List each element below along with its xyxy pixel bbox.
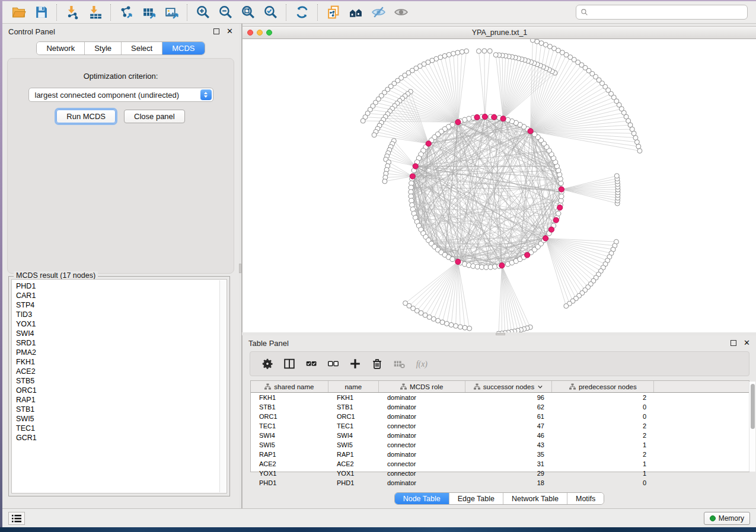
network-window-titlebar[interactable]: YPA_prune.txt_1 <box>243 26 756 39</box>
mcds-result-item[interactable]: TID3 <box>12 310 227 319</box>
mcds-result-item[interactable]: STB1 <box>12 405 227 414</box>
table-cell[interactable]: 0 <box>553 478 655 488</box>
mcds-result-list[interactable]: PHD1CAR1STP4TID3YOX1SWI4SRD1PMA2FKH1ACE2… <box>11 279 227 493</box>
mcds-result-item[interactable]: SWI5 <box>12 414 227 424</box>
column-panel-button[interactable] <box>278 354 300 374</box>
table-cell[interactable]: 2 <box>553 431 655 440</box>
table-cell[interactable]: TEC1 <box>251 421 328 431</box>
table-cell[interactable]: 2 <box>553 393 655 402</box>
show-all-button[interactable] <box>390 3 412 22</box>
splitter-grip[interactable] <box>239 264 241 273</box>
tab-edge-table[interactable]: Edge Table <box>449 493 503 504</box>
table-cell[interactable]: SWI5 <box>251 440 328 450</box>
memory-button[interactable]: Memory <box>704 512 750 525</box>
table-cell[interactable]: STB1 <box>251 402 328 412</box>
table-cell[interactable]: 2 <box>553 450 655 459</box>
panel-menu-button[interactable] <box>8 512 25 525</box>
tab-node-table[interactable]: Node Table <box>395 493 449 504</box>
table-cell[interactable]: ORC1 <box>328 412 379 421</box>
mcds-result-item[interactable]: YOX1 <box>12 319 227 329</box>
table-cell[interactable]: connector <box>379 469 465 478</box>
table-cell[interactable]: 0 <box>553 402 655 412</box>
table-cell[interactable]: 46 <box>465 431 553 440</box>
mcds-result-item[interactable]: GCR1 <box>12 433 227 443</box>
table-cell[interactable]: connector <box>379 459 465 469</box>
table-cell[interactable]: ORC1 <box>251 412 328 421</box>
new-network-from-selection-button[interactable] <box>322 3 344 22</box>
tab-select[interactable]: Select <box>122 42 162 55</box>
table-row[interactable]: TEC1TEC1connector472 <box>251 421 749 431</box>
open-file-button[interactable] <box>7 3 30 22</box>
table-row[interactable]: SWI5SWI5connector431 <box>251 440 749 450</box>
save-session-button[interactable] <box>30 3 52 22</box>
table-cell[interactable]: 47 <box>465 421 553 431</box>
zoom-fit-button[interactable] <box>237 3 259 22</box>
table-row[interactable]: STB1STB1dominator620 <box>251 402 749 412</box>
mcds-result-item[interactable]: CAR1 <box>12 291 227 300</box>
table-cell[interactable]: YOX1 <box>251 469 328 478</box>
table-cell[interactable]: 1 <box>553 469 655 478</box>
table-cell[interactable]: STB1 <box>328 402 379 412</box>
table-cell[interactable]: connector <box>379 440 465 450</box>
select-all-columns-button[interactable] <box>300 354 322 374</box>
mcds-result-item[interactable]: TEC1 <box>12 424 227 433</box>
deselect-all-columns-button[interactable] <box>322 354 344 374</box>
mcds-result-item[interactable]: PMA2 <box>12 348 227 357</box>
close-panel-icon[interactable]: ✕ <box>744 340 750 346</box>
mcds-result-item[interactable]: PHD1 <box>12 281 227 291</box>
search-box[interactable] <box>576 5 748 20</box>
network-graph[interactable] <box>243 39 756 332</box>
table-cell[interactable]: 62 <box>465 402 553 412</box>
table-cell[interactable]: connector <box>379 421 465 431</box>
table-cell[interactable]: FKH1 <box>251 393 328 402</box>
table-cell[interactable]: TEC1 <box>328 421 379 431</box>
table-cell[interactable]: dominator <box>379 478 465 488</box>
table-cell[interactable]: 29 <box>465 469 553 478</box>
table-cell[interactable]: ACE2 <box>251 459 328 469</box>
table-cell[interactable]: 31 <box>465 459 553 469</box>
mcds-result-item[interactable]: STB5 <box>12 376 227 386</box>
apply-layout-button[interactable] <box>291 3 313 22</box>
table-cell[interactable]: 96 <box>465 393 553 402</box>
table-cell[interactable]: RAP1 <box>328 450 379 459</box>
float-panel-icon[interactable] <box>731 340 736 346</box>
zoom-selected-button[interactable] <box>259 3 282 22</box>
network-canvas[interactable] <box>243 39 756 332</box>
table-cell[interactable]: SWI4 <box>251 431 328 440</box>
zoom-in-button[interactable] <box>192 3 214 22</box>
table-cell[interactable]: 61 <box>465 412 553 421</box>
table-row[interactable]: SWI4SWI4dominator462 <box>251 431 749 440</box>
tab-mcds[interactable]: MCDS <box>162 42 204 55</box>
table-cell[interactable]: dominator <box>379 402 465 412</box>
table-cell[interactable]: 35 <box>465 450 553 459</box>
table-row[interactable]: ORC1ORC1dominator610 <box>251 412 749 421</box>
export-network-button[interactable] <box>115 3 138 22</box>
close-panel-button[interactable]: Close panel <box>124 110 185 123</box>
table-cell[interactable]: dominator <box>379 393 465 402</box>
table-row[interactable]: FKH1FKH1dominator962 <box>251 393 749 402</box>
search-input[interactable] <box>591 8 743 17</box>
export-image-button[interactable] <box>160 3 183 22</box>
mcds-result-item[interactable]: STP4 <box>12 300 227 310</box>
mcds-result-item[interactable]: SRD1 <box>12 338 227 348</box>
run-mcds-button[interactable]: Run MCDS <box>56 110 116 123</box>
create-column-button[interactable] <box>344 354 366 374</box>
table-cell[interactable]: dominator <box>379 412 465 421</box>
first-neighbors-button[interactable] <box>344 3 367 22</box>
mcds-result-item[interactable]: RAP1 <box>12 395 227 405</box>
table-cell[interactable]: 1 <box>553 459 655 469</box>
table-cell[interactable]: YOX1 <box>328 469 379 478</box>
hide-selection-button[interactable] <box>367 3 390 22</box>
table-cell[interactable]: 1 <box>553 440 655 450</box>
table-cell[interactable]: dominator <box>379 431 465 440</box>
column-header-MCDS-role[interactable]: MCDS role <box>379 381 465 392</box>
table-row[interactable]: ACE2ACE2connector311 <box>251 459 749 469</box>
table-row[interactable]: RAP1RAP1dominator352 <box>251 450 749 459</box>
tab-network[interactable]: Network <box>37 42 85 55</box>
tab-motifs[interactable]: Motifs <box>567 493 604 504</box>
table-cell[interactable]: 43 <box>465 440 553 450</box>
table-cell[interactable]: RAP1 <box>251 450 328 459</box>
table-row[interactable]: PHD1PHD1dominator180 <box>251 478 749 488</box>
mcds-result-item[interactable]: FKH1 <box>12 357 227 367</box>
table-cell[interactable]: 18 <box>465 478 553 488</box>
